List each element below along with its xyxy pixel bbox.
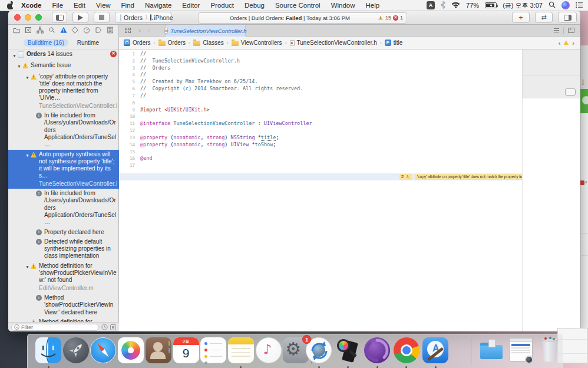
jump-bar-item-tuneselectionviewcontroller-h[interactable]: hTuneSelectionViewController.h xyxy=(290,40,377,46)
issue-row-info[interactable]: !Detected while default synthesizing pro… xyxy=(8,237,119,261)
menu-bar-clock[interactable]: (금) 오후 3:07 xyxy=(503,1,543,10)
symbol-navigator-icon[interactable] xyxy=(37,25,44,36)
disclosure-triangle[interactable]: ▼ xyxy=(12,52,17,60)
issue-count-chip[interactable]: 2 xyxy=(399,174,412,180)
dock-item-photos[interactable] xyxy=(117,337,144,364)
issue-row-warning[interactable]: ▼Method definition for 'showProductPicke… xyxy=(8,261,119,293)
flag-filter-icon[interactable] xyxy=(110,324,116,330)
filter-menu-icon[interactable]: ▼ xyxy=(14,324,19,330)
issue-row-info[interactable]: !In file included from /Users/yulan/Down… xyxy=(8,111,119,149)
issue-badges[interactable]: 15 ✕ 1 xyxy=(378,15,403,21)
close-window-button[interactable] xyxy=(14,14,21,21)
source-control-navigator-icon[interactable] xyxy=(25,25,32,36)
project-navigator-icon[interactable] xyxy=(13,25,20,36)
related-items-icon[interactable] xyxy=(125,28,131,34)
menu-navigate[interactable]: Navigate xyxy=(140,0,177,11)
menu-xcode[interactable]: Xcode xyxy=(16,0,47,11)
scheme-selector[interactable]: Orders 〉 iPhone xyxy=(115,12,171,23)
warning-count: 15 xyxy=(385,15,391,21)
find-navigator-icon[interactable] xyxy=(48,25,55,36)
bluetooth-icon[interactable] xyxy=(441,1,445,10)
dock-item-downloads-folder[interactable] xyxy=(478,337,505,364)
issue-list-header[interactable]: ▼Orders 14 issues✕ xyxy=(8,50,119,61)
dock-item-xcode[interactable]: A xyxy=(422,337,449,364)
jump-bar-item-viewcontrollers[interactable]: ViewControllers xyxy=(232,40,282,46)
panel-button-icon[interactable] xyxy=(565,88,576,96)
menu-view[interactable]: View xyxy=(91,0,116,11)
minimize-window-button[interactable] xyxy=(25,14,31,21)
source-editor[interactable]: 1//2// TuneSelectionViewController.h3// … xyxy=(119,50,580,331)
disclosure-triangle[interactable]: ▼ xyxy=(25,264,30,271)
dock-item-itunes[interactable]: ♪ xyxy=(255,337,282,364)
issue-row-warning[interactable]: ▼Semantic Issue xyxy=(8,61,119,72)
run-button[interactable] xyxy=(72,12,88,23)
wifi-icon[interactable] xyxy=(451,2,460,9)
jump-bar-item-classes[interactable]: Classes xyxy=(193,40,224,46)
dock-item-safari[interactable] xyxy=(90,337,117,364)
menu-file[interactable]: File xyxy=(47,0,69,11)
breakpoint-navigator-icon[interactable] xyxy=(95,25,102,36)
error-filter-badge[interactable]: ✕ xyxy=(110,51,117,57)
issue-row-info[interactable]: !In file included from /Users/yulan/Down… xyxy=(8,189,119,227)
spotlight-icon[interactable] xyxy=(549,1,556,9)
menu-edit[interactable]: Edit xyxy=(68,0,91,11)
filter-field[interactable]: ▼ xyxy=(11,324,99,331)
stop-button[interactable] xyxy=(94,12,110,23)
apple-menu-icon[interactable] xyxy=(7,2,14,9)
debug-navigator-icon[interactable] xyxy=(83,25,90,36)
issue-row-info[interactable]: !Method 'showProductPickerViewInView:' d… xyxy=(8,293,119,317)
dock-item-trash[interactable] xyxy=(536,337,563,364)
disclosure-triangle[interactable]: ▼ xyxy=(25,152,30,159)
tab-active[interactable]: h TuneSelectionViewController.h xyxy=(166,25,246,37)
dock-item-calendar[interactable]: 9월9 xyxy=(173,337,200,364)
dock-item-device-mirror-app[interactable] xyxy=(335,337,362,364)
issue-row-info[interactable]: !Property declared here xyxy=(8,228,119,237)
menu-find[interactable]: Find xyxy=(116,0,140,11)
dock-item-contacts[interactable] xyxy=(145,337,172,364)
previous-issue-button[interactable]: ‹ xyxy=(559,40,561,47)
dock-item-chrome[interactable] xyxy=(393,337,420,364)
navigator-tab-buildtime[interactable]: Buildtime (16) xyxy=(24,39,68,47)
dock-item-minimized-window[interactable] xyxy=(507,337,534,364)
issue-row-warning[interactable]: ▼'copy' attribute on property 'title' do… xyxy=(8,72,119,111)
siri-icon[interactable] xyxy=(561,1,570,9)
add-button[interactable]: + xyxy=(512,12,530,23)
notification-center-icon[interactable] xyxy=(576,2,583,9)
input-source-icon[interactable]: A xyxy=(427,1,435,9)
recent-issues-icon[interactable] xyxy=(101,324,108,330)
editor-options-icon[interactable] xyxy=(554,28,559,32)
report-navigator-icon[interactable] xyxy=(107,25,114,36)
forward-button[interactable]: › xyxy=(144,27,153,34)
jump-bar-item-orders[interactable]: Orders xyxy=(124,40,151,46)
swap-editor-button[interactable]: ⇄ xyxy=(535,12,553,23)
menu-product[interactable]: Product xyxy=(205,0,239,11)
zoom-window-button[interactable] xyxy=(35,14,42,21)
dock-item-finder[interactable] xyxy=(35,337,62,364)
toggle-navigator-button[interactable] xyxy=(52,12,67,23)
issue-navigator-icon[interactable] xyxy=(60,25,67,36)
dock-item-notes[interactable] xyxy=(227,337,255,364)
menu-source-control[interactable]: Source Control xyxy=(270,0,326,11)
test-navigator-icon[interactable] xyxy=(71,25,78,36)
navigator-tab-runtime[interactable]: Runtime xyxy=(73,39,103,47)
dock-item-launchpad[interactable] xyxy=(62,337,90,364)
disclosure-triangle[interactable]: ▼ xyxy=(25,74,30,81)
add-editor-icon[interactable] xyxy=(568,28,574,33)
issue-row-warning[interactable]: ▼Auto property synthesis will not synthe… xyxy=(8,150,119,189)
issue-text: 'copy' attribute on property 'title' doe… xyxy=(39,73,108,101)
menu-help[interactable]: Help xyxy=(361,0,385,11)
menu-debug[interactable]: Debug xyxy=(239,0,270,11)
menu-window[interactable]: Window xyxy=(326,0,361,11)
dock-item-purple-swirl-app[interactable] xyxy=(364,337,391,364)
back-button[interactable]: ‹ xyxy=(136,27,144,34)
launchpad-icon xyxy=(62,337,90,364)
menu-editor[interactable]: Editor xyxy=(177,0,205,11)
next-issue-button[interactable]: › xyxy=(572,40,574,47)
dock-item-reminders[interactable] xyxy=(200,337,227,364)
disclosure-triangle[interactable]: ▼ xyxy=(16,63,22,70)
jump-bar-item-title[interactable]: Ptitle xyxy=(385,40,403,46)
issue-annotation[interactable]: 'copy' attribute on property 'title' doe… xyxy=(415,174,522,180)
filter-input[interactable] xyxy=(21,324,96,330)
toggle-right-panel-button[interactable] xyxy=(558,12,577,23)
jump-bar-item-orders[interactable]: Orders xyxy=(158,40,186,46)
